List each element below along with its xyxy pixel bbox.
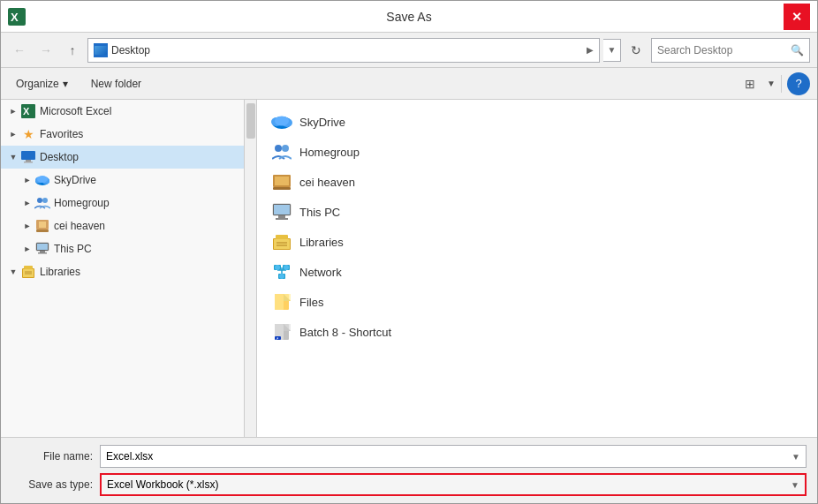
file-label-this-pc: This PC (299, 206, 340, 219)
file-item-this-pc[interactable]: This PC (268, 197, 807, 227)
filename-row: File name: Excel.xlsx ▼ (11, 445, 807, 468)
skydrive-file-icon (271, 111, 292, 132)
library-icon (20, 264, 36, 280)
sidebar-item-desktop[interactable]: ▼ Desktop (1, 146, 244, 169)
scrollbar-thumb[interactable] (246, 103, 255, 139)
svg-point-10 (37, 176, 48, 183)
sidebar: ► X Microsoft Excel ► ★ Favorit (1, 100, 257, 437)
svg-rect-55 (284, 294, 291, 301)
close-button[interactable]: ✕ (784, 4, 810, 30)
up-button[interactable]: ↑ (61, 39, 84, 62)
expand-icon: ► (20, 242, 34, 256)
excel-app-icon: X (8, 8, 26, 26)
file-item-batch8[interactable]: ↗ Batch 8 - Shortcut (268, 317, 807, 347)
svg-point-50 (284, 265, 289, 270)
refresh-button[interactable]: ↻ (625, 39, 648, 62)
address-bar[interactable]: Desktop ▶ (87, 38, 600, 63)
nav-bar: ← → ↑ Desktop ▶ ▼ ↻ 🔍 (1, 33, 817, 68)
view-icon: ⊞ (745, 77, 755, 91)
address-chevron: ▶ (587, 45, 594, 55)
search-input[interactable] (657, 44, 791, 56)
expand-icon: ► (20, 196, 34, 210)
svg-rect-53 (275, 294, 284, 310)
filetype-row: Save as type: Excel Workbook (*.xlsx) ▼ (11, 473, 807, 496)
star-icon: ★ (20, 126, 36, 142)
svg-point-51 (279, 274, 284, 279)
svg-rect-18 (40, 251, 45, 252)
svg-rect-14 (39, 222, 46, 228)
svg-rect-15 (36, 229, 49, 232)
file-item-homegroup[interactable]: Homegroup (268, 137, 807, 167)
svg-rect-5 (26, 160, 31, 162)
organize-button[interactable]: Organize ▾ (8, 74, 76, 94)
file-label-skydrive: SkyDrive (299, 116, 345, 129)
svg-text:X: X (11, 11, 19, 24)
sidebar-label-skydrive: SkyDrive (54, 174, 96, 186)
file-item-files[interactable]: Files (268, 287, 807, 317)
expand-icon: ► (20, 173, 34, 187)
network-file-icon (271, 261, 292, 282)
sidebar-item-libraries[interactable]: ▼ Libraries (1, 260, 244, 283)
filetype-select[interactable]: Excel Workbook (*.xlsx) ▼ (100, 473, 807, 496)
expand-icon: ► (6, 127, 20, 141)
sidebar-item-favorites[interactable]: ► ★ Favorites (1, 123, 244, 146)
pc-icon (34, 241, 50, 257)
filename-dropdown-arrow: ▼ (791, 452, 800, 462)
file-label-cei-heaven: cei heaven (299, 176, 355, 189)
file-label-files: Files (299, 296, 323, 309)
sidebar-item-cei-heaven[interactable]: ► cei heaven (15, 214, 244, 237)
svg-point-11 (37, 198, 42, 203)
view-button[interactable]: ⊞ (738, 72, 761, 95)
toolbar-separator (781, 75, 782, 93)
svg-text:↗: ↗ (276, 336, 278, 341)
organize-arrow: ▾ (63, 78, 68, 90)
homegroup-icon (34, 195, 50, 211)
help-label: ? (795, 77, 801, 90)
filetype-dropdown-arrow: ▼ (791, 480, 799, 490)
organize-label: Organize (16, 78, 59, 90)
file-panel: SkyDrive Homegroup (257, 100, 817, 437)
svg-point-30 (282, 145, 289, 152)
svg-rect-36 (278, 215, 285, 218)
svg-rect-37 (276, 218, 288, 220)
help-button[interactable]: ? (787, 72, 810, 95)
sidebar-label-libraries: Libraries (40, 266, 80, 278)
file-label-libraries: Libraries (299, 236, 344, 249)
filename-input[interactable]: Excel.xlsx ▼ (100, 445, 807, 468)
toolbar-right: ⊞ ▼ ? (738, 72, 810, 95)
sidebar-label-microsoft-excel: Microsoft Excel (40, 105, 111, 117)
file-item-skydrive[interactable]: SkyDrive (268, 107, 807, 137)
svg-rect-22 (23, 269, 34, 277)
bottom-bar: File name: Excel.xlsx ▼ Save as type: Ex… (1, 437, 817, 503)
save-as-dialog: X Save As ✕ ← → ↑ Desktop ▶ ▼ ↻ 🔍 Organi… (0, 0, 818, 504)
expand-icon: ► (6, 104, 20, 118)
expand-icon: ► (20, 219, 34, 233)
file-item-cei-heaven[interactable]: cei heaven (268, 167, 807, 197)
sidebar-item-skydrive[interactable]: ► SkyDrive (15, 169, 244, 192)
expand-icon-libraries: ▼ (6, 265, 20, 279)
skydrive-icon (34, 172, 50, 188)
file-item-network[interactable]: Network (268, 257, 807, 287)
view-dropdown-arrow: ▼ (767, 79, 776, 88)
file-item-libraries[interactable]: Libraries (268, 227, 807, 257)
sidebar-label-this-pc: This PC (54, 243, 92, 255)
file-label-batch8: Batch 8 - Shortcut (299, 326, 391, 339)
file-label-homegroup: Homegroup (299, 146, 360, 159)
address-dropdown-arrow[interactable]: ▼ (603, 39, 621, 62)
filetype-value: Excel Workbook (*.xlsx) (107, 478, 218, 491)
expand-icon-desktop: ▼ (6, 150, 20, 164)
new-folder-button[interactable]: New folder (83, 74, 149, 94)
file-label-network: Network (299, 266, 342, 279)
back-button[interactable]: ← (8, 39, 31, 62)
excel-icon: X (20, 103, 36, 119)
svg-rect-33 (273, 187, 291, 190)
sidebar-scrollbar[interactable] (244, 100, 256, 437)
sidebar-item-microsoft-excel[interactable]: ► X Microsoft Excel (1, 100, 244, 123)
sidebar-item-this-pc[interactable]: ► This PC (15, 237, 244, 260)
search-button[interactable]: 🔍 (791, 44, 804, 56)
search-bar[interactable]: 🔍 (651, 38, 810, 63)
sidebar-item-homegroup[interactable]: ► Homegroup (15, 192, 244, 214)
forward-button[interactable]: → (34, 39, 57, 62)
title-bar-left: X (8, 8, 26, 26)
svg-point-28 (275, 117, 289, 126)
